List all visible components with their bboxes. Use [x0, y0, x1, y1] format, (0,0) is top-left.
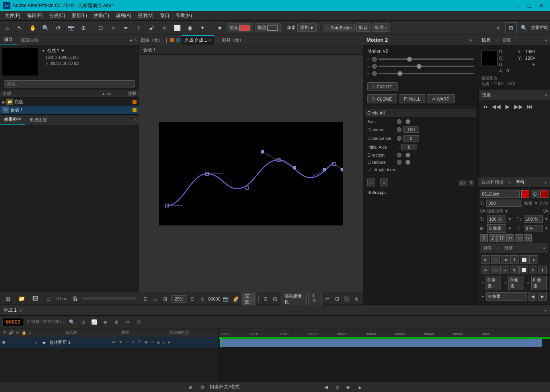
expand-icon[interactable]: » — [493, 22, 504, 33]
align-right-button[interactable]: ⇥ — [501, 255, 509, 264]
tab-paragraph[interactable]: 段落 — [504, 245, 513, 251]
menu-help[interactable]: 帮助(H) — [173, 12, 195, 20]
status-settings-icon[interactable]: ⚙ — [197, 382, 207, 392]
snap-button[interactable]: ⊙ — [198, 294, 207, 304]
shape-ellipse-button[interactable]: ○ — [108, 22, 119, 33]
menu-layer[interactable]: 图层(L) — [68, 12, 90, 20]
mode-btn-2[interactable]: ★ — [118, 340, 123, 345]
eraser-tool-button[interactable]: ⬜ — [172, 22, 183, 33]
rotobezier-toggle[interactable]: ☐ RotoBezier — [323, 24, 355, 31]
search-icon[interactable]: 🔍 — [518, 22, 529, 33]
clone-button[interactable]: ⎘ CLONE — [367, 94, 397, 103]
new-footage-button[interactable]: 🎞 — [29, 293, 41, 304]
graph-editor-button[interactable]: 📈 — [90, 317, 99, 327]
standard-dropdown[interactable]: 标准 ≡ — [372, 23, 390, 32]
slider-2[interactable] — [378, 66, 474, 67]
delete-button[interactable]: 🗑 — [70, 293, 81, 304]
star-icon[interactable]: ★ — [214, 22, 225, 33]
project-search-input[interactable] — [4, 80, 135, 87]
list-item[interactable]: ▶ 📁 底色 — [0, 98, 139, 106]
add-marker-button[interactable]: ◈ — [101, 317, 110, 327]
composition-viewer[interactable] — [139, 55, 363, 293]
project-panel-icon[interactable]: ● — [130, 38, 133, 43]
list-item[interactable]: 合 合成 1 — [0, 106, 139, 114]
rotate-tool-button[interactable]: ↺ — [53, 22, 64, 33]
distribute-knob-left[interactable] — [397, 160, 402, 165]
nav-target-button[interactable]: ⊙ — [333, 382, 342, 392]
tracking-dropdown-icon[interactable]: ▼ — [505, 209, 509, 213]
expand-icon-3[interactable]: > — [367, 72, 370, 76]
text-tool-button[interactable]: T — [133, 22, 144, 33]
tag-icon[interactable]: 🏷 — [107, 91, 111, 96]
fill-swatch[interactable] — [239, 25, 250, 31]
tab-shapes[interactable]: 形状图层 — [25, 115, 51, 125]
initial-axis-value[interactable]: 0 — [401, 144, 417, 150]
nav-right-button[interactable]: ▶ — [344, 382, 353, 392]
parent-dropdown[interactable]: ▼ — [167, 340, 171, 345]
less-icon[interactable]: < — [367, 57, 370, 62]
transparency-button[interactable]: ⊞ — [161, 294, 170, 304]
snap-timeline-button[interactable]: ⊙ — [78, 317, 88, 327]
info-expand-icon[interactable]: » — [544, 37, 547, 43]
color-button[interactable]: 🌈 — [232, 294, 240, 304]
pan-tool-button[interactable]: ⊕ — [78, 22, 89, 33]
ellipse-shape-button[interactable]: ○ — [380, 179, 388, 186]
ep-expand-icon[interactable]: » — [544, 180, 547, 185]
menu-edit[interactable]: 编辑(E) — [23, 12, 46, 20]
skip-to-start-button[interactable]: ⏮ — [480, 102, 490, 111]
minimize-button[interactable]: — — [512, 2, 523, 10]
kern-value-1[interactable]: 0 像素 — [487, 224, 506, 233]
next-frame-button[interactable]: ▶▶ — [514, 102, 523, 111]
next-playback-button[interactable]: ▶ — [538, 292, 547, 301]
align-center-h-button[interactable]: ⬛ — [491, 255, 500, 264]
size2-arrow[interactable]: ▼ — [544, 217, 548, 221]
selection-tool-button[interactable]: ↖ — [14, 22, 25, 33]
direction-knob-left[interactable] — [397, 153, 402, 157]
distance-step-value[interactable]: 0 — [403, 135, 419, 142]
excite-button[interactable]: + EXCITE — [367, 82, 398, 91]
play-button[interactable]: ▶ — [503, 102, 512, 111]
proxy-button[interactable]: □ — [43, 293, 54, 304]
margin-val-2[interactable]: 0 像素 — [508, 276, 524, 290]
direction-knob-right[interactable] — [406, 153, 410, 157]
allcaps-button[interactable]: TT — [497, 234, 505, 242]
margin-val-3[interactable]: 0 像素 — [531, 276, 547, 290]
shape-rect-button[interactable]: □ — [95, 22, 106, 33]
expand-icon-2[interactable]: » — [367, 64, 370, 69]
fit-view-button[interactable]: ⊡ — [189, 294, 197, 304]
fill-control[interactable]: 填充 — [227, 23, 253, 32]
view-options-button[interactable]: □ — [152, 294, 160, 304]
menu-composition[interactable]: 合成(C) — [46, 12, 68, 20]
axis-knob-left[interactable] — [397, 119, 402, 124]
slider-1[interactable] — [378, 58, 474, 60]
new-comp-button[interactable]: ⊞ — [2, 293, 14, 304]
kern1-arrow[interactable]: ▼ — [508, 226, 512, 231]
pixel-aspect-button[interactable]: ⬛ — [343, 294, 351, 304]
search-help-label[interactable]: 搜索帮助 — [531, 25, 548, 31]
dist-v-button[interactable]: ⬜ — [519, 266, 528, 274]
font-color2-swatch[interactable] — [540, 190, 548, 198]
zoom-tool-button[interactable]: 🔍 — [40, 22, 51, 33]
roto-tool-button[interactable]: ◉ — [184, 22, 195, 33]
rect-shape-button[interactable]: □ — [367, 179, 375, 186]
margin-val-1[interactable]: 0 像素 — [486, 276, 501, 290]
tab-effects-preset[interactable]: 效果和预设 — [482, 179, 503, 185]
stroke-swatch[interactable] — [267, 25, 278, 31]
preview-expand-icon[interactable]: » — [544, 92, 547, 98]
region-of-interest-button[interactable]: ⊡ — [142, 294, 150, 304]
align-center-v-button[interactable]: ⬜ — [520, 255, 529, 264]
tab-align[interactable]: 对齐 — [483, 245, 492, 251]
dist-extra-button[interactable]: ⇟ — [538, 266, 547, 274]
tab-effects-controls[interactable]: 效果控件 — [0, 115, 25, 125]
collapse-button[interactable]: ⬡ — [134, 317, 144, 327]
home-tool-button[interactable]: ⌂ — [2, 22, 13, 33]
folder-expand-icon[interactable]: ▶ — [2, 100, 6, 104]
font-size-value[interactable]: 300 — [486, 200, 522, 207]
mode-btn-7[interactable]: ⊿ — [150, 340, 155, 345]
eyedropper-icon[interactable]: ⊙ — [531, 190, 539, 198]
comp-dropdown-icon[interactable]: ▼ — [41, 49, 45, 53]
pen-tool-button[interactable]: ✒ — [121, 22, 132, 33]
camera-tool-button[interactable]: 📷 — [65, 22, 76, 33]
null-button[interactable]: ⊡ NULL — [399, 94, 425, 103]
dist-h-button[interactable]: ⬛ — [491, 266, 500, 274]
